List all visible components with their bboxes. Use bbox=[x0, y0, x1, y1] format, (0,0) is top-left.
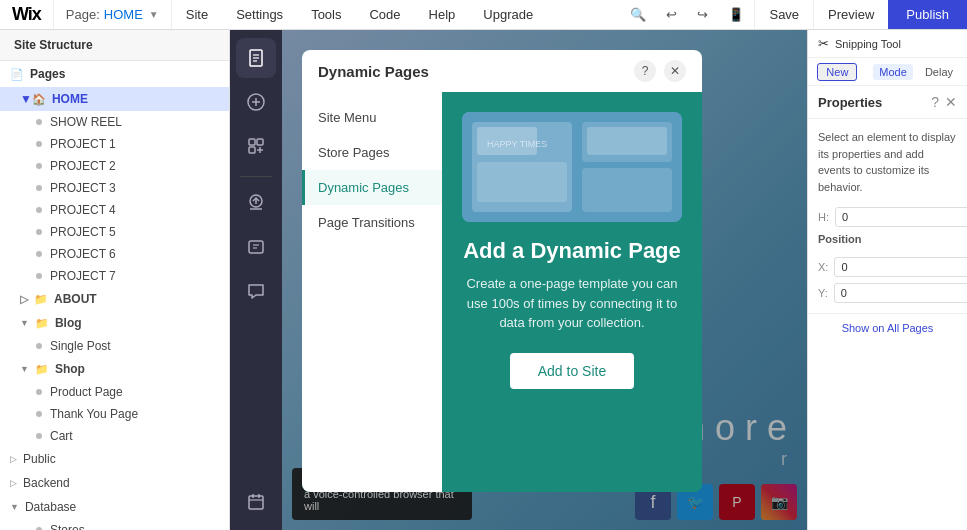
project2-item[interactable]: PROJECT 2 bbox=[0, 155, 229, 177]
pages-header-icon: 📄 bbox=[10, 68, 24, 81]
snipping-tool-label: Snipping Tool bbox=[835, 38, 901, 50]
show-on-all-pages-button[interactable]: Show on All Pages bbox=[808, 313, 967, 342]
shop-item[interactable]: ▼ 📁 Shop bbox=[0, 357, 229, 381]
properties-fields: H: Position X: Y: bbox=[818, 207, 957, 303]
database-item[interactable]: ▼ Database bbox=[0, 495, 229, 519]
project4-item[interactable]: PROJECT 4 bbox=[0, 199, 229, 221]
properties-header: Properties ? ✕ bbox=[808, 86, 967, 119]
thank-you-page-item[interactable]: Thank You Page bbox=[0, 403, 229, 425]
database-label: Database bbox=[25, 500, 76, 514]
project1-item[interactable]: PROJECT 1 bbox=[0, 133, 229, 155]
y-input[interactable] bbox=[834, 283, 967, 303]
modal-title: Dynamic Pages bbox=[318, 63, 429, 80]
home-page-item[interactable]: ▼ 🏠 HOME bbox=[0, 87, 229, 111]
y-label: Y: bbox=[818, 287, 828, 299]
save-button[interactable]: Save bbox=[754, 0, 813, 29]
position-section-title: Position bbox=[818, 233, 957, 245]
pages-header: 📄 Pages bbox=[0, 61, 229, 87]
top-nav: Site Settings Tools Code Help Upgrade bbox=[172, 0, 621, 29]
project7-item[interactable]: PROJECT 7 bbox=[0, 265, 229, 287]
nav-help[interactable]: Help bbox=[415, 0, 470, 29]
add-section-icon-btn[interactable] bbox=[236, 82, 276, 122]
mode-button[interactable]: Mode bbox=[873, 64, 913, 80]
pages-section: 📄 Pages ▼ 🏠 HOME SHOW REEL PROJECT 1 PRO… bbox=[0, 61, 229, 447]
project5-item[interactable]: PROJECT 5 bbox=[0, 221, 229, 243]
preview-button[interactable]: Preview bbox=[813, 0, 888, 29]
modal-close-icon[interactable]: ✕ bbox=[664, 60, 686, 82]
upload-icon-btn[interactable] bbox=[236, 183, 276, 223]
about-item[interactable]: ▷ 📁 ABOUT bbox=[0, 287, 229, 311]
dynamic-pages-title: Add a Dynamic Page bbox=[463, 238, 681, 264]
shop-label: Shop bbox=[55, 362, 85, 376]
project7-label: PROJECT 7 bbox=[50, 269, 116, 283]
canvas-area: m o r e r f 🐦 P 📷 The creator of Firefox… bbox=[282, 30, 807, 530]
nav-settings[interactable]: Settings bbox=[222, 0, 297, 29]
x-input[interactable] bbox=[834, 257, 967, 277]
add-to-site-button[interactable]: Add to Site bbox=[510, 353, 635, 389]
properties-panel: ✂ Snipping Tool New Mode Delay Propertie… bbox=[807, 30, 967, 530]
blog-icon-btn[interactable] bbox=[236, 227, 276, 267]
sub-page-dot bbox=[36, 229, 42, 235]
properties-description: Select an element to display its propert… bbox=[818, 129, 957, 195]
home-icon: 🏠 bbox=[32, 93, 46, 106]
chat-icon-btn[interactable] bbox=[236, 271, 276, 311]
blog-label: Blog bbox=[55, 316, 82, 330]
show-reel-label: SHOW REEL bbox=[50, 115, 122, 129]
svg-rect-9 bbox=[249, 147, 255, 153]
nav-page-transitions[interactable]: Page Transitions bbox=[302, 205, 442, 240]
sub-page-dot bbox=[36, 185, 42, 191]
y-field-row: Y: bbox=[818, 283, 957, 303]
modal-help-icon[interactable]: ? bbox=[634, 60, 656, 82]
nav-upgrade[interactable]: Upgrade bbox=[469, 0, 547, 29]
project6-label: PROJECT 6 bbox=[50, 247, 116, 261]
h-input[interactable] bbox=[835, 207, 967, 227]
redo-icon[interactable]: ↪ bbox=[687, 0, 718, 29]
publish-button[interactable]: Publish bbox=[888, 0, 967, 29]
properties-close-icon[interactable]: ✕ bbox=[945, 94, 957, 110]
new-button[interactable]: New bbox=[817, 63, 857, 81]
delay-button[interactable]: Delay bbox=[919, 64, 959, 80]
project3-item[interactable]: PROJECT 3 bbox=[0, 177, 229, 199]
add-app-icon-btn[interactable] bbox=[236, 126, 276, 166]
nav-dynamic-pages[interactable]: Dynamic Pages bbox=[302, 170, 442, 205]
show-reel-item[interactable]: SHOW REEL bbox=[0, 111, 229, 133]
about-label: ABOUT bbox=[54, 292, 97, 306]
page-name[interactable]: HOME bbox=[104, 7, 143, 22]
dp-desc-you: you bbox=[632, 276, 653, 291]
cart-item[interactable]: Cart bbox=[0, 425, 229, 447]
calendar-icon-btn[interactable] bbox=[236, 482, 276, 522]
properties-title: Properties bbox=[818, 95, 882, 110]
top-bar-actions: 🔍 ↩ ↪ 📱 Save Preview Publish bbox=[620, 0, 967, 29]
svg-text:HAPPY TIMES: HAPPY TIMES bbox=[487, 139, 547, 149]
blog-item[interactable]: ▼ 📁 Blog bbox=[0, 311, 229, 335]
site-structure-panel: Site Structure 📄 Pages ▼ 🏠 HOME SHOW REE… bbox=[0, 30, 230, 530]
public-item[interactable]: ▷ Public bbox=[0, 447, 229, 471]
dynamic-pages-content: HAPPY TIMES Add a Dynamic Page Create a … bbox=[442, 92, 702, 492]
nav-site-menu[interactable]: Site Menu bbox=[302, 100, 442, 135]
properties-help-icon[interactable]: ? bbox=[931, 94, 939, 110]
stores-item[interactable]: Stores bbox=[0, 519, 229, 530]
dynamic-pages-preview-image: HAPPY TIMES bbox=[462, 112, 682, 222]
page-indicator: Page: HOME ▼ bbox=[54, 0, 172, 29]
single-post-item[interactable]: Single Post bbox=[0, 335, 229, 357]
page-chevron-icon[interactable]: ▼ bbox=[149, 9, 159, 20]
product-page-item[interactable]: Product Page bbox=[0, 381, 229, 403]
mode-delay-bar: New Mode Delay bbox=[808, 58, 967, 86]
database-arrow-icon: ▼ bbox=[10, 502, 19, 512]
project6-item[interactable]: PROJECT 6 bbox=[0, 243, 229, 265]
pages-label: Pages bbox=[30, 67, 65, 81]
search-icon[interactable]: 🔍 bbox=[620, 0, 656, 29]
nav-store-pages[interactable]: Store Pages bbox=[302, 135, 442, 170]
sub-page-dot bbox=[36, 411, 42, 417]
sub-page-dot bbox=[36, 207, 42, 213]
pages-icon-btn[interactable] bbox=[236, 38, 276, 78]
sub-page-dot bbox=[36, 343, 42, 349]
nav-tools[interactable]: Tools bbox=[297, 0, 355, 29]
nav-site[interactable]: Site bbox=[172, 0, 222, 29]
dynamic-pages-description: Create a one-page template you canuse 10… bbox=[466, 274, 677, 333]
nav-code[interactable]: Code bbox=[355, 0, 414, 29]
mobile-icon[interactable]: 📱 bbox=[718, 0, 754, 29]
backend-item[interactable]: ▷ Backend bbox=[0, 471, 229, 495]
svg-rect-18 bbox=[249, 496, 263, 509]
undo-icon[interactable]: ↩ bbox=[656, 0, 687, 29]
